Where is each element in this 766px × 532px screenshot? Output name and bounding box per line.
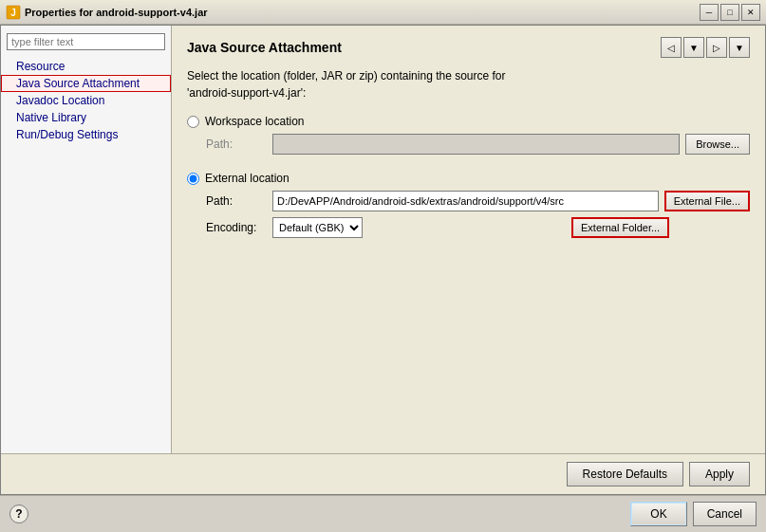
workspace-radio-label: Workspace location (205, 115, 305, 128)
dropdown-icon: ▼ (689, 43, 699, 53)
browse-button[interactable]: Browse... (685, 134, 750, 155)
apply-button[interactable]: Apply (689, 462, 750, 486)
sidebar: Resource Java Source Attachment Javadoc … (1, 26, 172, 453)
nav-dropdown-button[interactable]: ▼ (683, 37, 704, 58)
titlebar: J Properties for android-support-v4.jar … (0, 0, 766, 25)
close-button[interactable]: ✕ (741, 4, 760, 21)
button-bar: Restore Defaults Apply (1, 453, 765, 494)
encoding-label: Encoding: (206, 221, 272, 234)
ok-button[interactable]: OK (630, 502, 686, 526)
workspace-path-label: Path: (206, 138, 272, 151)
panel-title: Java Source Attachment (187, 40, 342, 55)
sidebar-item-run-debug-settings[interactable]: Run/Debug Settings (1, 126, 171, 143)
cancel-button[interactable]: Cancel (693, 502, 757, 526)
external-folder-button[interactable]: External Folder... (571, 217, 669, 238)
main-panel: Java Source Attachment ◁ ▼ ▷ ▼ (172, 26, 765, 453)
dialog: Resource Java Source Attachment Javadoc … (0, 25, 766, 495)
external-path-input[interactable] (272, 191, 659, 211)
titlebar-controls: ─ □ ✕ (700, 4, 760, 21)
nav-back-button[interactable]: ◁ (661, 37, 682, 58)
filter-input[interactable] (7, 33, 165, 50)
maximize-button[interactable]: □ (720, 4, 739, 21)
nav-menu-button[interactable]: ▼ (729, 37, 750, 58)
external-radio-label: External location (205, 172, 290, 185)
content-area: Resource Java Source Attachment Javadoc … (1, 26, 765, 453)
help-button[interactable]: ? (9, 504, 28, 523)
encoding-select[interactable]: Default (GBK) UTF-8 ISO-8859-1 (272, 217, 363, 238)
minimize-button[interactable]: ─ (700, 4, 719, 21)
forward-icon: ▷ (713, 43, 720, 53)
panel-description: Select the location (folder, JAR or zip)… (187, 67, 750, 101)
workspace-path-row: Path: Browse... (206, 134, 750, 155)
menu-icon: ▼ (735, 43, 744, 53)
workspace-path-input (272, 134, 680, 155)
workspace-radio-row: Workspace location (187, 115, 750, 128)
external-path-row: Path: External File... (206, 191, 750, 211)
sidebar-item-java-source-attachment[interactable]: Java Source Attachment (1, 75, 171, 92)
external-file-button[interactable]: External File... (664, 191, 750, 211)
panel-header: Java Source Attachment ◁ ▼ ▷ ▼ (187, 37, 750, 58)
workspace-radio[interactable] (187, 116, 199, 128)
dialog-icon: J (6, 5, 21, 20)
panel-nav: ◁ ▼ ▷ ▼ (661, 37, 750, 58)
external-path-label: Path: (206, 194, 272, 208)
workspace-location-section: Workspace location Path: Browse... (187, 115, 750, 160)
sidebar-item-resource[interactable]: Resource (1, 58, 171, 75)
titlebar-title: Properties for android-support-v4.jar (25, 7, 700, 18)
svg-text:J: J (10, 8, 16, 18)
external-radio[interactable] (187, 173, 199, 185)
external-radio-row: External location (187, 172, 750, 185)
sidebar-item-native-library[interactable]: Native Library (1, 109, 171, 126)
footer-buttons: OK Cancel (630, 502, 757, 526)
back-icon: ◁ (667, 43, 675, 53)
restore-defaults-button[interactable]: Restore Defaults (567, 462, 683, 486)
external-location-section: External location Path: External File...… (187, 172, 750, 238)
nav-forward-button[interactable]: ▷ (706, 37, 727, 58)
footer: ? OK Cancel (0, 495, 766, 532)
encoding-row: Encoding: Default (GBK) UTF-8 ISO-8859-1… (206, 217, 750, 238)
sidebar-item-javadoc-location[interactable]: Javadoc Location (1, 92, 171, 109)
